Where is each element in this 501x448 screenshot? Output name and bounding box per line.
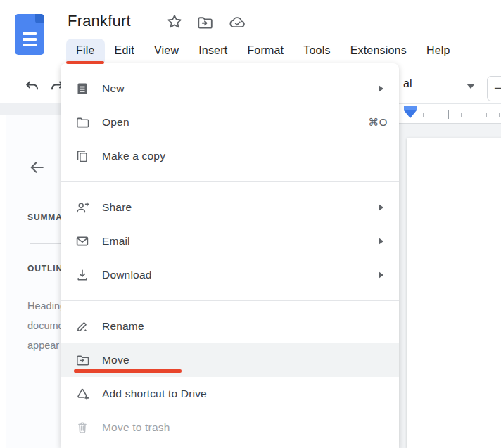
font-family-dropdown[interactable]: al <box>403 77 412 90</box>
menu-item-label: Move to trash <box>102 421 388 434</box>
submenu-arrow-icon <box>379 204 383 211</box>
menu-item-label: Make a copy <box>102 150 388 162</box>
shortcut-label: ⌘O <box>368 116 388 129</box>
logo-fold <box>35 14 44 23</box>
undo-icon[interactable] <box>23 78 42 95</box>
menu-item-email[interactable]: Email <box>61 224 399 258</box>
menu-divider <box>61 300 399 301</box>
annotation-underline-move <box>74 369 182 373</box>
menu-item-share[interactable]: Share <box>61 191 399 224</box>
document-region <box>399 103 501 448</box>
document-page[interactable] <box>407 138 501 448</box>
submenu-arrow-icon <box>379 271 383 279</box>
menu-item-move-to-trash: Move to trash <box>61 411 399 444</box>
submenu-arrow-icon <box>379 238 383 245</box>
move-icon[interactable] <box>196 14 213 31</box>
menu-item-label: Open <box>102 116 368 129</box>
download-icon <box>75 268 89 282</box>
menu-help[interactable]: Help <box>417 39 460 62</box>
drive-add-icon <box>75 387 89 401</box>
menu-item-rename[interactable]: Rename <box>61 309 399 343</box>
menu-bar: File Edit View Insert Format Tools Exten… <box>66 39 460 62</box>
new-document-icon <box>75 82 89 96</box>
menu-view[interactable]: View <box>144 39 189 62</box>
cloud-saved-icon[interactable] <box>228 14 247 31</box>
menu-item-add-shortcut-to-drive[interactable]: Add shortcut to Drive <box>61 377 399 411</box>
menu-item-label: New <box>102 82 379 95</box>
menu-edit[interactable]: Edit <box>105 39 144 62</box>
menu-item-download[interactable]: Download <box>61 258 399 292</box>
menu-item-open[interactable]: Open ⌘O <box>61 105 399 139</box>
trash-icon <box>75 421 89 435</box>
menu-item-label: Share <box>102 201 379 214</box>
ruler[interactable] <box>399 103 501 124</box>
move-folder-icon <box>75 353 89 367</box>
email-icon <box>75 234 89 248</box>
folder-open-icon <box>75 115 89 129</box>
doc-title[interactable]: Frankfurt <box>68 12 131 30</box>
decrease-font-size-button[interactable]: − <box>487 76 501 101</box>
menu-item-new[interactable]: New <box>61 72 399 105</box>
submenu-arrow-icon <box>379 85 383 92</box>
menu-item-label: Rename <box>102 320 388 333</box>
close-sidebar-button[interactable] <box>28 159 46 177</box>
annotation-underline-file <box>66 61 104 64</box>
docs-logo[interactable] <box>15 14 44 55</box>
indent-marker[interactable] <box>404 106 417 118</box>
menu-file[interactable]: File <box>66 39 105 62</box>
menu-format[interactable]: Format <box>237 39 293 62</box>
menu-divider <box>61 181 399 182</box>
menu-insert[interactable]: Insert <box>189 39 237 62</box>
menu-item-make-a-copy[interactable]: Make a copy <box>61 139 399 173</box>
file-menu: New Open ⌘O Make a copy <box>61 63 399 448</box>
star-icon[interactable] <box>166 13 183 30</box>
person-add-icon <box>75 200 89 215</box>
menu-extensions[interactable]: Extensions <box>341 39 417 62</box>
menu-item-label: Move <box>102 354 388 366</box>
app-header: Frankfurt File Edit View Insert Format T <box>0 0 501 68</box>
google-docs-app: Frankfurt File Edit View Insert Format T <box>0 0 501 448</box>
menu-tools[interactable]: Tools <box>293 39 340 62</box>
copy-icon <box>75 149 89 163</box>
menu-item-label: Add shortcut to Drive <box>102 388 388 400</box>
menu-item-label: Download <box>102 269 379 281</box>
menu-item-label: Email <box>102 235 379 248</box>
rename-pencil-icon <box>75 319 89 333</box>
chevron-down-icon[interactable] <box>467 84 475 89</box>
